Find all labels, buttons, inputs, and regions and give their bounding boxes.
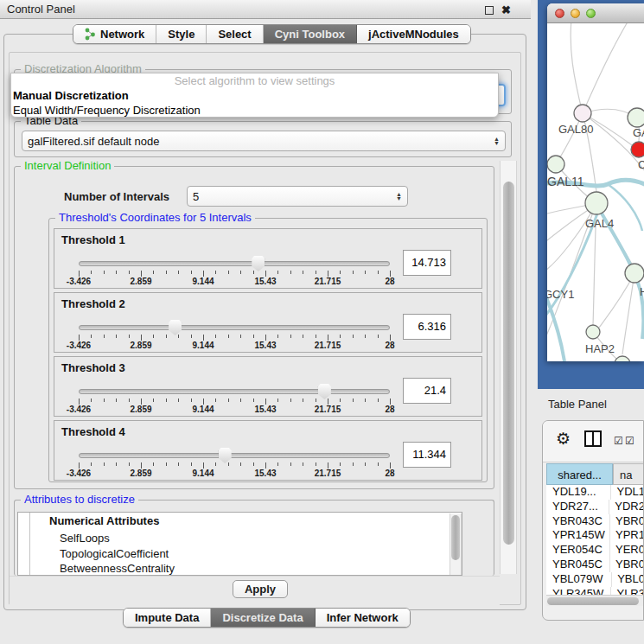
bottom-tab-impute-data[interactable]: Impute Data [124,609,211,627]
network-node[interactable] [586,325,600,339]
network-node[interactable] [625,264,644,283]
cell-shared-name: YDL19... [546,485,611,500]
cell-name: YLR3 [611,587,644,595]
slider-tick [228,462,229,466]
slider-tick [91,462,92,466]
threshold-value-field[interactable]: 6.316 [403,314,451,340]
slider-tick [390,335,391,341]
slider-tick [129,271,130,274]
network-node[interactable] [574,105,591,122]
threshold-card-2: Threshold 2-3.4262.8599.14415.4321.71528… [54,292,482,353]
slider-tick [91,271,92,274]
threshold-slider-track[interactable] [79,261,390,266]
tab-jactivemnodules[interactable]: jActiveMNodules [357,25,470,43]
settings-scrollbar-track[interactable] [500,161,517,574]
column-header-name[interactable]: na [613,463,644,485]
close-traffic-icon[interactable] [555,9,564,18]
threshold-value-field[interactable]: 14.713 [403,250,451,276]
table-hscrollbar-thumb[interactable] [547,597,639,605]
slider-tick [116,462,117,466]
tab-label: Style [168,28,194,41]
attribute-item[interactable]: SelfLoops [60,532,110,545]
attribute-item[interactable]: BetweennessCentrality [60,562,175,575]
slider-tick-label: 9.144 [192,405,214,414]
table-hscrollbar-track[interactable] [546,595,644,606]
network-edge [622,273,634,354]
columns-icon[interactable] [584,430,602,447]
network-node[interactable] [631,142,644,157]
algorithm-option[interactable]: Equal Width/Frequency Discretization [11,103,498,118]
tab-network[interactable]: Network [73,25,156,43]
table-row[interactable]: YDR27...YDR2 [546,500,644,514]
zoom-traffic-icon[interactable] [586,9,596,18]
threshold-slider-thumb[interactable] [252,256,265,271]
slider-tick [91,399,92,402]
algorithm-option[interactable]: Manual Discretization [11,88,498,103]
threshold-slider-thumb[interactable] [219,448,232,463]
attributes-scrollbar-thumb[interactable] [451,515,460,560]
threshold-slider-track[interactable] [79,389,390,394]
slider-tick [290,271,291,274]
checkbox-icon[interactable]: ☑ [614,435,623,447]
cell-shared-name: YPR145W [546,528,610,543]
checkbox-icon[interactable]: ☑ [625,435,634,447]
float-window-icon[interactable] [485,6,494,15]
tab-style[interactable]: Style [156,25,207,43]
cell-name: YDR2 [609,500,644,514]
slider-tick [328,271,328,277]
threshold-slider-track[interactable] [79,453,390,458]
slider-tick [141,462,142,469]
network-node[interactable] [547,156,564,173]
table-row[interactable]: YBR045CYBR0 [546,558,644,572]
tab-cyni-toolbox[interactable]: Cyni Toolbox [264,25,357,43]
attribute-item[interactable]: TopologicalCoefficient [60,547,169,560]
number-of-intervals-combobox[interactable]: 5 ▲▼ [187,186,408,207]
slider-tick [303,335,303,338]
table-row[interactable]: YBL079WYBL0 [546,572,644,587]
slider-tick [191,399,192,402]
apply-button[interactable]: Apply [233,580,288,598]
numerical-attributes-list[interactable]: Numerical Attributes SelfLoopsTopologica… [17,512,462,576]
slider-tick [116,335,117,338]
tab-select[interactable]: Select [207,25,263,43]
table-row[interactable]: YLR345WYLR3 [546,587,644,595]
network-node[interactable] [615,356,630,361]
table-header-row: shared... na [546,463,644,485]
threshold-value-field[interactable]: 11.344 [403,442,451,468]
slider-tick [104,399,105,402]
minimize-traffic-icon[interactable] [571,9,580,18]
table-toolbar: ⚙ ☑ ☑ [543,421,644,462]
slider-tick [79,271,80,277]
slider-tick [104,462,105,466]
network-window[interactable]: GAL80GACGAL11GAL4GCY1HHAP2 [547,3,644,361]
tab-label: Network [100,28,144,41]
table-row[interactable]: YDL19...YDL1 [546,485,644,500]
bottom-tab-discretize-data[interactable]: Discretize Data [211,609,315,627]
threshold-slider-thumb[interactable] [169,320,182,335]
table-row[interactable]: YBR043CYBR0 [546,514,644,529]
threshold-slider-track[interactable] [79,325,390,330]
table-row[interactable]: YPR145WYPR1 [546,528,644,543]
network-node-label: GAL11 [547,175,584,188]
table-panel: ⚙ ☑ ☑ shared... na YDL19...YDL1YDR27...Y… [542,420,644,621]
combo-arrows-icon: ▲▼ [396,192,402,201]
close-icon[interactable]: ✖ [501,4,512,16]
network-node[interactable] [628,108,644,127]
bottom-tab-infer-network[interactable]: Infer Network [316,609,410,627]
slider-tick-label: -3.426 [67,469,91,478]
threshold-slider-thumb[interactable] [318,384,331,399]
network-canvas[interactable]: GAL80GACGAL11GAL4GCY1HHAP2 [547,23,644,361]
slider-tick [290,335,291,338]
threshold-value-field[interactable]: 21.4 [403,378,451,404]
slider-tick-label: 21.715 [315,341,341,350]
table-row[interactable]: YER054CYER0 [546,543,644,558]
network-window-titlebar[interactable] [547,3,644,23]
settings-scrollbar-thumb[interactable] [503,182,514,545]
slider-tick [215,462,216,466]
slider-tick [265,462,266,469]
column-header-shared-name[interactable]: shared... [546,463,613,485]
threshold-card-1: Threshold 1-3.4262.8599.14415.4321.71528… [54,228,482,289]
table-data-combobox[interactable]: galFiltered.sif default node ▲▼ [22,131,506,151]
network-node[interactable] [585,192,608,214]
gear-icon[interactable]: ⚙ [556,429,571,449]
